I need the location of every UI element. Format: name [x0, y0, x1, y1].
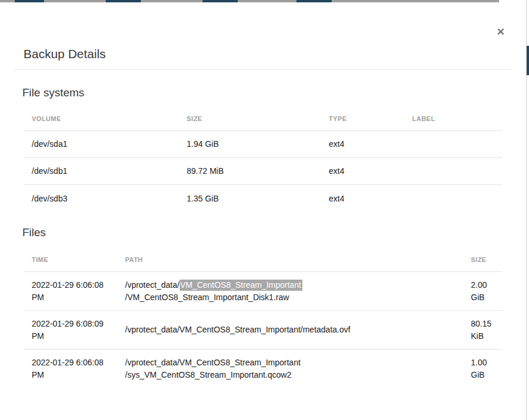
background-right-edge-fragment	[527, 46, 529, 75]
time-cell: 2022-01-29 6:08:09 PM	[23, 318, 117, 342]
path-text: /vprotect_data/	[125, 280, 180, 290]
files-table: TIME PATH SIZE 2022-01-29 6:06:08 PM /vp…	[23, 248, 503, 388]
column-header-size: SIZE	[463, 256, 503, 263]
files-section-title: Files	[22, 225, 526, 240]
title-divider	[14, 69, 512, 70]
type-cell: ext4	[321, 193, 404, 205]
column-header-label: LABEL	[404, 115, 503, 122]
time-cell: 2022-01-29 6:06:08 PM	[23, 357, 117, 381]
size-cell: 89.72 MiB	[178, 165, 321, 177]
filesystem-row: /dev/sda1 1.94 GiB ext4	[23, 131, 503, 158]
files-table-header: TIME PATH SIZE	[23, 248, 503, 272]
path-text: /vprotect_data/VM_CentOS8_Stream_Importa…	[125, 324, 463, 336]
size-cell: 2.00 GiB	[463, 279, 503, 304]
filesystems-table-header: VOLUME SIZE TYPE LABEL	[23, 107, 503, 131]
filesystem-row: /dev/sdb3 1.35 GiB ext4	[23, 185, 503, 212]
column-header-type: TYPE	[321, 115, 404, 122]
dialog-title: Backup Details	[23, 46, 526, 61]
path-text: /sys_VM_CentOS8_Stream_Important.qcow2	[125, 369, 463, 381]
column-header-volume: VOLUME	[23, 115, 178, 122]
file-row: 2022-01-29 6:06:08 PM /vprotect_data/VM_…	[23, 272, 503, 311]
backup-details-dialog: ✕ Backup Details File systems VOLUME SIZ…	[0, 2, 526, 420]
column-header-time: TIME	[23, 256, 117, 263]
filesystem-row: /dev/sdb1 89.72 MiB ext4	[23, 158, 503, 185]
path-cell: /vprotect_data/VM_CentOS8_Stream_Importa…	[117, 357, 463, 381]
file-row: 2022-01-29 6:08:09 PM /vprotect_data/VM_…	[23, 311, 503, 350]
file-row: 2022-01-29 6:06:08 PM /vprotect_data/VM_…	[23, 350, 503, 388]
volume-cell: /dev/sdb1	[23, 165, 178, 177]
size-cell: 1.35 GiB	[178, 193, 321, 205]
size-cell: 80.15 KiB	[463, 318, 503, 342]
path-text: /vprotect_data/VM_CentOS8_Stream_Importa…	[125, 357, 463, 369]
path-cell: /vprotect_data/VM_CentOS8_Stream_Importa…	[117, 324, 463, 336]
volume-cell: /dev/sdb3	[23, 193, 178, 205]
close-icon[interactable]: ✕	[497, 27, 505, 37]
type-cell: ext4	[321, 138, 404, 150]
selected-text: VM_CentOS8_Stream_Important	[180, 280, 302, 291]
column-header-size: SIZE	[178, 115, 321, 122]
type-cell: ext4	[321, 165, 404, 177]
size-cell: 1.00 GiB	[463, 357, 503, 381]
filesystems-section-title: File systems	[22, 85, 526, 100]
volume-cell: /dev/sda1	[23, 138, 178, 150]
path-text: /VM_CentOS8_Stream_Important_Disk1.raw	[125, 291, 463, 304]
size-cell: 1.94 GiB	[178, 138, 321, 150]
path-cell: /vprotect_data/VM_CentOS8_Stream_Importa…	[117, 279, 463, 304]
time-cell: 2022-01-29 6:06:08 PM	[23, 279, 117, 304]
column-header-path: PATH	[117, 256, 463, 263]
filesystems-table: VOLUME SIZE TYPE LABEL /dev/sda1 1.94 Gi…	[23, 107, 503, 212]
